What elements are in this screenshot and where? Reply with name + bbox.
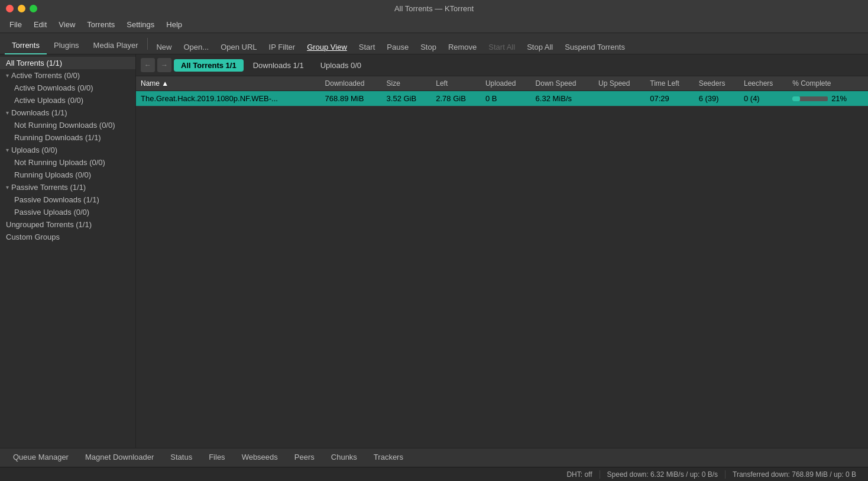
bottom-tab-peers[interactable]: Peers (286, 450, 323, 466)
progress-bar-background (792, 96, 828, 101)
sidebar-item-passive-uploads[interactable]: Passive Uploads (0/0) (0, 206, 135, 218)
menu-file[interactable]: File (5, 18, 27, 31)
sidebar-item-active-downloads[interactable]: Active Downloads (0/0) (0, 82, 135, 94)
col-leechers[interactable]: Leechers (739, 76, 788, 91)
col-up-speed[interactable]: Up Speed (594, 76, 645, 91)
col-seeders[interactable]: Seeders (694, 76, 739, 91)
bottom-tab-files[interactable]: Files (200, 450, 233, 466)
cell-time-left: 07:29 (645, 91, 694, 106)
cell-leechers: 0 (4) (739, 91, 788, 106)
torrent-table: Name ▲ Downloaded Size Left Uploaded Dow… (136, 76, 868, 106)
sidebar-item-running-downloads[interactable]: Running Downloads (1/1) (0, 131, 135, 144)
tab-torrents[interactable]: Torrents (5, 37, 47, 54)
bottom-tab-chunks[interactable]: Chunks (323, 450, 365, 466)
col-name[interactable]: Name ▲ (136, 76, 320, 91)
tab-media-player[interactable]: Media Player (86, 37, 145, 54)
minimize-button[interactable] (18, 5, 25, 12)
bottom-tabs: Queue Manager Magnet Downloader Status F… (0, 448, 868, 467)
menu-edit[interactable]: Edit (29, 18, 51, 31)
sidebar-item-uploads[interactable]: ▾ Uploads (0/0) (0, 144, 135, 156)
chevron-uploads: ▾ (6, 147, 9, 153)
toolbar-separator (147, 38, 148, 50)
menu-settings[interactable]: Settings (122, 18, 159, 31)
bottom-tab-magnet-downloader[interactable]: Magnet Downloader (77, 450, 162, 466)
nav-forward-button[interactable]: → (157, 58, 171, 72)
action-remove[interactable]: Remove (442, 40, 482, 54)
sidebar-item-custom-groups[interactable]: Custom Groups (0, 231, 135, 243)
action-new[interactable]: New (150, 40, 177, 54)
col-time-left[interactable]: Time Left (645, 76, 694, 91)
bottom-tab-status[interactable]: Status (162, 450, 200, 466)
status-dht: DHT: off (559, 470, 599, 479)
action-stop-all[interactable]: Stop All (521, 40, 559, 54)
passive-torrents-label: Passive Torrents (1/1) (11, 183, 86, 192)
not-running-uploads-label: Not Running Uploads (0/0) (14, 158, 105, 167)
ungrouped-torrents-label: Ungrouped Torrents (1/1) (6, 220, 92, 229)
tab-plugins[interactable]: Plugins (47, 37, 86, 54)
downloads-label: Downloads (1/1) (11, 108, 67, 117)
col-uploaded[interactable]: Uploaded (481, 76, 531, 91)
cell-pct-complete: 21% (788, 91, 868, 106)
menu-view[interactable]: View (54, 18, 80, 31)
torrent-table-container: Name ▲ Downloaded Size Left Uploaded Dow… (136, 76, 868, 448)
all-torrents-label: All Torrents (1/1) (6, 59, 62, 67)
chevron-passive-torrents: ▾ (6, 184, 9, 191)
maximize-button[interactable] (30, 5, 37, 12)
col-left[interactable]: Left (431, 76, 481, 91)
sidebar-item-active-uploads[interactable]: Active Uploads (0/0) (0, 94, 135, 106)
cell-up-speed (594, 91, 645, 106)
view-tab-all-torrents[interactable]: All Torrents 1/1 (174, 59, 244, 72)
action-ip-filter[interactable]: IP Filter (263, 40, 302, 54)
passive-uploads-label: Passive Uploads (0/0) (14, 208, 89, 217)
sidebar-item-not-running-uploads[interactable]: Not Running Uploads (0/0) (0, 156, 135, 169)
active-downloads-label: Active Downloads (0/0) (14, 83, 93, 92)
close-button[interactable] (6, 5, 14, 12)
nav-back-button[interactable]: ← (141, 58, 155, 72)
action-group-view[interactable]: Group View (301, 40, 353, 54)
passive-downloads-label: Passive Downloads (1/1) (14, 195, 99, 204)
sidebar-item-running-uploads[interactable]: Running Uploads (0/0) (0, 169, 135, 181)
sidebar-item-all-torrents[interactable]: All Torrents (1/1) (0, 57, 135, 69)
action-pause[interactable]: Pause (381, 40, 414, 54)
content-area: ← → All Torrents 1/1 Downloads 1/1 Uploa… (136, 54, 868, 448)
action-open-url[interactable]: Open URL (215, 40, 263, 54)
view-tab-downloads[interactable]: Downloads 1/1 (246, 59, 311, 72)
sidebar-item-not-running-downloads[interactable]: Not Running Downloads (0/0) (0, 119, 135, 131)
active-uploads-label: Active Uploads (0/0) (14, 96, 83, 105)
action-stop[interactable]: Stop (414, 40, 442, 54)
bottom-tab-webseeds[interactable]: Webseeds (234, 450, 286, 466)
status-bar: DHT: off Speed down: 6.32 MiB/s / up: 0 … (0, 467, 868, 481)
running-downloads-label: Running Downloads (1/1) (14, 133, 101, 142)
status-speed: Speed down: 6.32 MiB/s / up: 0 B/s (600, 470, 725, 479)
cell-left: 2.78 GiB (431, 91, 481, 106)
col-size[interactable]: Size (382, 76, 432, 91)
custom-groups-label: Custom Groups (6, 233, 60, 241)
action-suspend-torrents[interactable]: Suspend Torrents (559, 40, 631, 54)
menu-torrents[interactable]: Torrents (82, 18, 119, 31)
sidebar: All Torrents (1/1) ▾ Active Torrents (0/… (0, 54, 136, 448)
sidebar-item-passive-downloads[interactable]: Passive Downloads (1/1) (0, 193, 135, 206)
sidebar-item-passive-torrents[interactable]: ▾ Passive Torrents (1/1) (0, 181, 135, 193)
bottom-tab-queue-manager[interactable]: Queue Manager (5, 450, 77, 466)
action-start-all: Start All (482, 40, 521, 54)
view-tab-uploads[interactable]: Uploads 0/0 (313, 59, 368, 72)
bottom-tab-trackers[interactable]: Trackers (365, 450, 412, 466)
menu-bar: File Edit View Torrents Settings Help (0, 17, 868, 33)
view-tabs: ← → All Torrents 1/1 Downloads 1/1 Uploa… (136, 54, 868, 76)
col-down-speed[interactable]: Down Speed (531, 76, 594, 91)
table-row[interactable]: The.Great.Hack.2019.1080p.NF.WEB-... 768… (136, 91, 868, 106)
running-uploads-label: Running Uploads (0/0) (14, 170, 91, 179)
action-open[interactable]: Open... (178, 40, 215, 54)
menu-help[interactable]: Help (161, 18, 187, 31)
sidebar-item-active-torrents[interactable]: ▾ Active Torrents (0/0) (0, 69, 135, 82)
sidebar-item-ungrouped-torrents[interactable]: Ungrouped Torrents (1/1) (0, 218, 135, 231)
sidebar-item-downloads[interactable]: ▾ Downloads (1/1) (0, 106, 135, 119)
not-running-downloads-label: Not Running Downloads (0/0) (14, 121, 115, 130)
uploads-label: Uploads (0/0) (11, 146, 57, 154)
col-pct-complete[interactable]: % Complete (788, 76, 868, 91)
action-start[interactable]: Start (353, 40, 381, 54)
cell-down-speed: 6.32 MiB/s (531, 91, 594, 106)
col-downloaded[interactable]: Downloaded (320, 76, 382, 91)
cell-name: The.Great.Hack.2019.1080p.NF.WEB-... (136, 91, 320, 106)
progress-text: 21% (831, 94, 847, 103)
